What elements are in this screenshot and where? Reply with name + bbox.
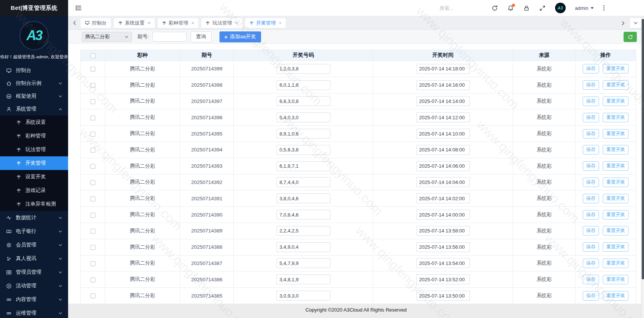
save-button[interactable]: 保存 — [583, 161, 599, 171]
draw-numbers-input[interactable] — [277, 161, 330, 171]
draw-numbers-input[interactable] — [277, 177, 330, 187]
fullscreen-icon[interactable] — [539, 5, 546, 11]
close-icon[interactable]: × — [148, 20, 151, 25]
draw-numbers-input[interactable] — [277, 80, 330, 90]
save-button[interactable]: 保存 — [583, 80, 599, 90]
save-button[interactable]: 保存 — [583, 226, 599, 235]
draw-numbers-input[interactable] — [277, 226, 330, 236]
sidebar-item-set-draw[interactable]: 设置开奖 — [0, 170, 68, 184]
sidebar-item-system-mgmt[interactable]: 系统管理 — [0, 103, 68, 115]
reset-draw-button[interactable]: 重置开奖 — [603, 210, 628, 220]
bell-icon[interactable] — [507, 5, 514, 11]
reset-draw-button[interactable]: 重置开奖 — [603, 80, 628, 90]
sidebar-item-live-video[interactable]: 真人视讯 — [0, 252, 68, 265]
reset-draw-button[interactable]: 重置开奖 — [603, 145, 628, 154]
draw-numbers-input[interactable] — [277, 274, 330, 284]
save-button[interactable]: 保存 — [583, 178, 599, 187]
scrollbar-track[interactable] — [641, 17, 644, 318]
draw-numbers-input[interactable] — [277, 129, 330, 139]
draw-numbers-input[interactable] — [277, 145, 330, 155]
draw-time-input[interactable] — [416, 226, 470, 236]
row-checkbox[interactable] — [90, 213, 95, 218]
draw-time-input[interactable] — [416, 177, 470, 187]
refresh-icon[interactable] — [492, 5, 498, 11]
sidebar-item-game-records[interactable]: 游戏记录 — [0, 184, 68, 197]
collapse-sidebar-icon[interactable] — [75, 5, 82, 11]
sidebar-item-content-mgmt[interactable]: 内容管理 — [0, 293, 68, 306]
save-button[interactable]: 保存 — [583, 275, 599, 284]
reset-draw-button[interactable]: 重置开奖 — [603, 97, 628, 106]
draw-time-input[interactable] — [416, 161, 470, 171]
row-checkbox[interactable] — [90, 148, 95, 153]
save-button[interactable]: 保存 — [583, 64, 599, 73]
draw-numbers-input[interactable] — [277, 242, 330, 252]
draw-time-input[interactable] — [416, 129, 470, 139]
draw-time-input[interactable] — [416, 291, 470, 301]
row-checkbox[interactable] — [90, 164, 95, 169]
reset-draw-button[interactable]: 重置开奖 — [603, 194, 628, 203]
row-checkbox[interactable] — [90, 196, 95, 201]
draw-time-input[interactable] — [416, 242, 470, 252]
row-checkbox[interactable] — [90, 132, 95, 137]
close-icon[interactable]: × — [235, 20, 238, 25]
tab-play-mgmt[interactable]: 玩法管理 × — [201, 18, 242, 28]
sidebar-item-framework[interactable]: OK 框架使用 — [0, 90, 68, 103]
sidebar-item-console[interactable]: 控制台 — [0, 64, 68, 77]
sidebar-item-admin-mgmt[interactable]: 管理员管理 — [0, 265, 68, 279]
draw-numbers-input[interactable] — [277, 112, 330, 122]
reset-draw-button[interactable]: 重置开奖 — [603, 161, 628, 171]
tabs-scroll-right-icon[interactable] — [619, 21, 626, 26]
row-checkbox[interactable] — [90, 115, 95, 120]
lottery-select[interactable]: 腾讯二分彩 — [82, 32, 132, 42]
row-checkbox[interactable] — [90, 67, 95, 72]
draw-numbers-input[interactable] — [277, 64, 330, 74]
sidebar-item-system-settings[interactable]: 系统设置 — [0, 115, 68, 129]
draw-time-input[interactable] — [416, 258, 470, 268]
reset-draw-button[interactable]: 重置开奖 — [603, 113, 628, 122]
select-all-checkbox[interactable] — [90, 53, 95, 58]
save-button[interactable]: 保存 — [583, 97, 599, 106]
draw-time-input[interactable] — [416, 145, 470, 155]
draw-time-input[interactable] — [416, 193, 470, 203]
reset-draw-button[interactable]: 重置开奖 — [603, 64, 628, 73]
reset-draw-button[interactable]: 重置开奖 — [603, 178, 628, 187]
reset-draw-button[interactable]: 重置开奖 — [603, 129, 628, 139]
row-checkbox[interactable] — [90, 261, 95, 266]
tab-draw-mgmt[interactable]: 开奖管理 × — [245, 18, 286, 28]
draw-time-input[interactable] — [416, 274, 470, 284]
sidebar-item-console-demo[interactable]: 控制台示例 — [0, 77, 68, 90]
sidebar-item-bet-anomaly[interactable]: 注单异常检测 — [0, 197, 68, 211]
sidebar-item-draw-mgmt[interactable]: 开奖管理 — [0, 156, 68, 170]
draw-time-input[interactable] — [416, 112, 470, 122]
row-checkbox[interactable] — [90, 99, 95, 104]
reset-draw-button[interactable]: 重置开奖 — [603, 259, 628, 268]
draw-numbers-input[interactable] — [277, 193, 330, 203]
save-button[interactable]: 保存 — [583, 291, 599, 301]
draw-numbers-input[interactable] — [277, 210, 330, 220]
row-checkbox[interactable] — [90, 245, 95, 250]
tabs-dropdown-icon[interactable] — [630, 18, 641, 28]
search-input[interactable] — [440, 5, 482, 11]
period-input[interactable] — [152, 32, 187, 42]
save-button[interactable]: 保存 — [583, 259, 599, 268]
sidebar-item-play-mgmt[interactable]: 玩法管理 — [0, 143, 68, 156]
reset-draw-button[interactable]: 重置开奖 — [603, 242, 628, 252]
draw-time-input[interactable] — [416, 80, 470, 90]
tab-lottery-mgmt[interactable]: 彩种管理 × — [158, 18, 199, 28]
sidebar-item-statistics[interactable]: 数据统计 — [0, 211, 68, 224]
reset-draw-button[interactable]: 重置开奖 — [603, 275, 628, 284]
sidebar-item-ebank[interactable]: 电子银行 — [0, 224, 68, 238]
draw-numbers-input[interactable] — [277, 96, 330, 106]
sidebar-item-activity-mgmt[interactable]: 活动管理 — [0, 279, 68, 293]
tab-system-settings[interactable]: 系统设置 × — [114, 18, 155, 28]
sidebar-item-member-mgmt[interactable]: 会员管理 — [0, 238, 68, 252]
query-button[interactable]: 查询 — [191, 31, 212, 42]
more-options-icon[interactable] — [603, 5, 605, 11]
save-button[interactable]: 保存 — [583, 145, 599, 154]
close-icon[interactable]: × — [279, 20, 282, 25]
row-checkbox[interactable] — [90, 180, 95, 185]
tabs-scroll-left-icon[interactable] — [71, 20, 78, 25]
sidebar-item-ops-mgmt[interactable]: 运维管理 — [0, 306, 68, 318]
row-checkbox[interactable] — [90, 277, 95, 282]
save-button[interactable]: 保存 — [583, 113, 599, 122]
